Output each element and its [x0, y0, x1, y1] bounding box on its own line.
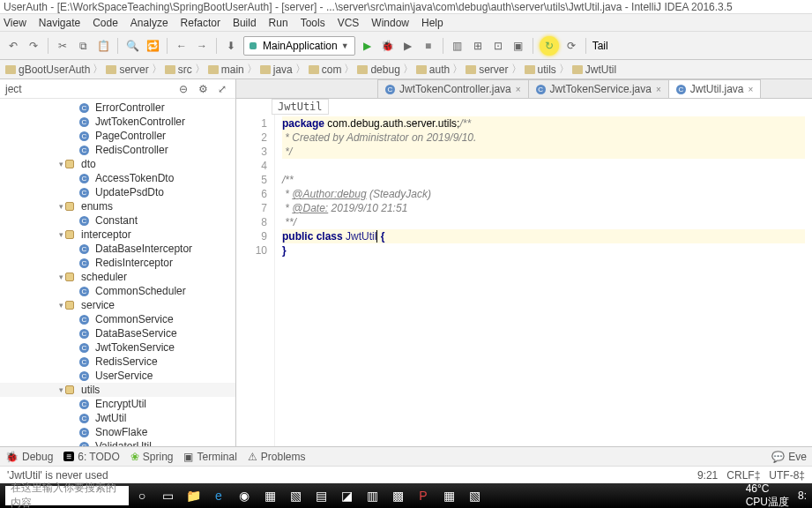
tree-node-rediscontroller[interactable]: CRedisController [0, 143, 235, 157]
editor-tab-jwtutil[interactable]: CJwtUtil.java× [668, 79, 762, 98]
cortana-icon[interactable]: ○ [130, 483, 154, 508]
breadcrumb-item[interactable]: utils [525, 64, 556, 76]
code-line[interactable]: } [282, 243, 805, 258]
menu-window[interactable]: Window [371, 17, 409, 29]
tab-todo[interactable]: ≡6: TODO [63, 451, 119, 463]
tree-node-encryptutil[interactable]: CEncryptUtil [0, 397, 235, 411]
menu-refactor[interactable]: Refactor [181, 17, 220, 29]
replace-icon[interactable]: 🔁 [145, 38, 160, 54]
copy-icon[interactable]: ⧉ [75, 38, 91, 54]
tree-node-userservice[interactable]: CUserService [0, 369, 235, 383]
tree-node-accesstokendto[interactable]: CAccessTokenDto [0, 171, 235, 185]
hide-icon[interactable]: ⤢ [214, 81, 230, 97]
tree-node-constant[interactable]: CConstant [0, 213, 235, 228]
edge-icon[interactable]: e [206, 483, 231, 508]
menu-navigate[interactable]: Navigate [39, 17, 80, 29]
close-icon[interactable]: × [656, 85, 661, 94]
close-icon[interactable]: × [516, 85, 521, 94]
menu-analyze[interactable]: Analyze [130, 17, 168, 29]
intellij-icon[interactable]: ◪ [334, 483, 359, 508]
breadcrumb-item[interactable]: debug [357, 64, 399, 76]
code-editor[interactable]: 12345678910 package com.debug.auth.serve… [236, 115, 812, 446]
tab-terminal[interactable]: ▣Terminal [183, 451, 236, 463]
powerpoint-icon[interactable]: P [411, 483, 436, 508]
tree-node-jwttokenservice[interactable]: CJwtTokenService [0, 340, 235, 355]
toggle-icon[interactable]: ▾ [56, 301, 65, 310]
menu-help[interactable]: Help [421, 17, 443, 29]
breadcrumb-item[interactable]: gBootUserAuth [5, 64, 90, 76]
breadcrumb-item[interactable]: server [466, 64, 508, 76]
breadcrumb-item[interactable]: main [208, 64, 244, 76]
task-view-icon[interactable]: ▭ [155, 483, 180, 508]
app-icon[interactable]: ▤ [309, 483, 333, 508]
menu-tools[interactable]: Tools [301, 17, 325, 29]
tab-debug[interactable]: 🐞Debug [5, 451, 53, 463]
collapse-icon[interactable]: ⊖ [175, 81, 191, 97]
tree-node-commonscheduler[interactable]: CCommonScheduler [0, 284, 235, 298]
editor-tab-jwttokenservice[interactable]: CJwtTokenService.java× [528, 79, 669, 98]
app-icon[interactable]: ▧ [462, 483, 487, 508]
toggle-icon[interactable]: ▾ [56, 160, 65, 168]
app-icon[interactable]: ▦ [257, 483, 282, 508]
app-icon[interactable]: ▥ [360, 483, 384, 508]
tree-node-validatorutil[interactable]: CValidatorUtil [0, 439, 235, 446]
cut-icon[interactable]: ✂ [55, 38, 71, 54]
tree-node-enums[interactable]: ▾enums [0, 199, 235, 213]
chrome-icon[interactable]: ◉ [232, 483, 257, 508]
tree-node-errorcontroller[interactable]: CErrorController [0, 101, 235, 115]
tree-node-commonservice[interactable]: CCommonService [0, 312, 235, 326]
code-line[interactable]: package com.debug.auth.server.utils;/** [282, 116, 805, 131]
toggle-icon[interactable]: ▾ [56, 385, 65, 394]
app-icon[interactable]: ▦ [436, 483, 461, 508]
toggle-icon[interactable]: ▾ [56, 273, 65, 281]
breadcrumb-item[interactable]: server [106, 64, 148, 76]
stop-icon[interactable]: ■ [421, 38, 436, 54]
explorer-icon[interactable]: 📁 [181, 483, 205, 508]
code-line[interactable]: * Created by Administrator on 2019/9/10. [282, 131, 805, 145]
code-line[interactable]: /** [282, 173, 805, 187]
editor-tab-jwttokencontroller[interactable]: CJwtTokenController.java× [377, 79, 529, 98]
tab-spring[interactable]: ❀Spring [130, 451, 174, 463]
project-tree[interactable]: CErrorControllerCJwtTokenControllerCPage… [0, 99, 235, 446]
coverage-icon[interactable]: ▶ [400, 38, 416, 54]
find-icon[interactable]: 🔍 [124, 38, 140, 54]
menu-code[interactable]: Code [93, 17, 118, 29]
debug-icon[interactable]: 🐞 [380, 38, 396, 54]
toggle-icon[interactable]: ▾ [56, 230, 65, 239]
tree-node-redisservice[interactable]: CRedisService [0, 355, 235, 369]
line-separator[interactable]: CRLF‡ [726, 469, 760, 482]
code-line[interactable]: **/ [282, 215, 805, 229]
layout-icon[interactable]: ▥ [450, 38, 466, 54]
run-icon[interactable]: ▶ [360, 38, 376, 54]
run-configuration-dropdown[interactable]: MainApplication ▼ [243, 36, 355, 56]
redo-icon[interactable]: ↷ [26, 38, 41, 54]
tree-node-scheduler[interactable]: ▾scheduler [0, 270, 235, 284]
taskbar-search[interactable]: 在这里输入你要搜索的内容 [5, 486, 129, 505]
build-icon[interactable]: ⬇ [223, 38, 239, 54]
menu-run[interactable]: Run [269, 17, 288, 29]
tree-node-jwttokencontroller[interactable]: CJwtTokenController [0, 115, 235, 129]
temp-indicator[interactable]: 46°CCPU温度 [746, 482, 789, 509]
code-line[interactable] [282, 159, 805, 173]
class-crumb-label[interactable]: JwtUtil [272, 99, 329, 115]
highlighted-action[interactable]: ↻ [540, 36, 559, 56]
breadcrumb-item[interactable]: com [309, 64, 342, 76]
tail-label[interactable]: Tail [592, 40, 608, 52]
code-line[interactable]: * @Author:debug (SteadyJack) [282, 187, 805, 201]
menu-view[interactable]: View [4, 17, 26, 29]
breadcrumb-item[interactable]: auth [416, 64, 450, 76]
code-body[interactable]: package com.debug.auth.server.utils;/** … [275, 115, 812, 446]
tree-node-interceptor[interactable]: ▾interceptor [0, 228, 235, 242]
code-line[interactable]: public class JwtUtil { [282, 229, 805, 243]
tab-event-log[interactable]: 💬Eve [771, 451, 807, 463]
breadcrumb-item[interactable]: src [165, 64, 192, 76]
back-icon[interactable]: ← [174, 38, 190, 54]
close-icon[interactable]: × [749, 85, 754, 94]
tree-node-dto[interactable]: ▾dto [0, 157, 235, 171]
tree-node-pagecontroller[interactable]: CPageController [0, 129, 235, 143]
menu-vcs[interactable]: VCS [338, 17, 360, 29]
code-line[interactable]: * @Date: 2019/9/10 21:51 [282, 201, 805, 215]
tree-node-service[interactable]: ▾service [0, 298, 235, 312]
cursor-position[interactable]: 9:21 [697, 469, 718, 482]
tray-more[interactable]: 8: [798, 489, 807, 502]
